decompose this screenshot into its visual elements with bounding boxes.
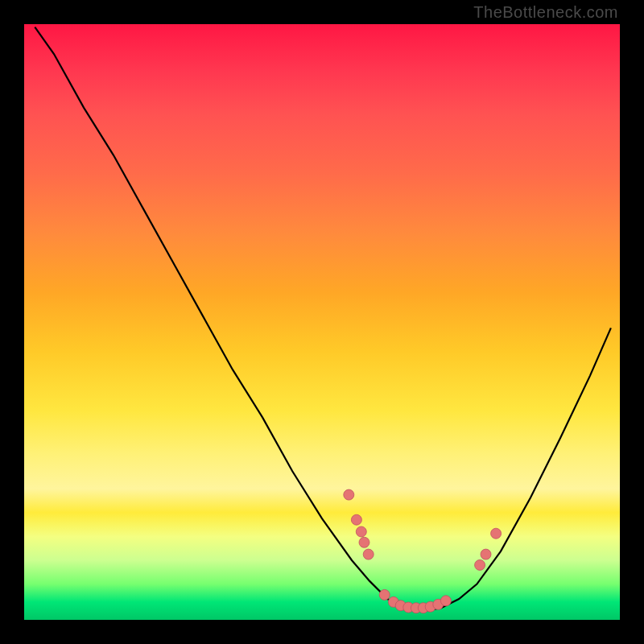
- data-point: [481, 549, 491, 559]
- chart-container: TheBottleneck.com: [0, 0, 644, 644]
- data-point: [363, 549, 374, 559]
- data-point: [351, 514, 361, 525]
- watermark-text: TheBottleneck.com: [473, 3, 618, 22]
- data-points: [344, 489, 502, 613]
- data-point: [344, 489, 354, 500]
- bottleneck-curve: [35, 27, 611, 611]
- data-point: [356, 526, 366, 537]
- data-point: [359, 537, 369, 547]
- data-point: [379, 589, 390, 600]
- data-point: [491, 528, 502, 539]
- data-point: [475, 559, 485, 570]
- data-point: [440, 596, 451, 606]
- plot-area: [24, 24, 620, 620]
- chart-svg: [24, 24, 620, 620]
